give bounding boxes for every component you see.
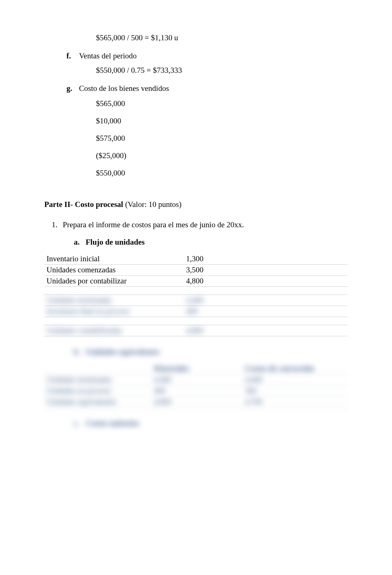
sub-text-c: Costos unitarios [86, 419, 139, 428]
section-title-bold: Parte II- Costo procesal [44, 200, 123, 209]
cell-empty [266, 295, 348, 306]
cell-empty [266, 265, 348, 276]
cell-label: Inventario inicial [44, 254, 184, 265]
cell-header: Materiales [135, 363, 227, 374]
calculation-line: $550,000 / 0.75 = $733,333 [96, 66, 348, 75]
cell-label: Inventario final en proceso [44, 306, 184, 317]
cell-label: Unidades por contabilizar [44, 276, 184, 287]
cell-label: Unidades equivalentes [44, 397, 135, 408]
cell-value: 400 [135, 385, 227, 397]
table-unidades-equivalentes: Materiales Costos de conversión Unidades… [44, 363, 348, 408]
cell-empty [44, 363, 135, 374]
sub-marker-c: c. [74, 419, 86, 428]
cell-label: Unidades comenzadas [44, 265, 184, 276]
cell-header: Costos de conversión [226, 363, 348, 374]
section-title-rest: (Valor: 10 puntos) [123, 200, 182, 209]
cell-value: 4,400 [184, 295, 266, 306]
table-flujo-unidades: Inventario inicial 1,300 Unidades comenz… [44, 254, 348, 336]
table-spacer [44, 317, 348, 325]
cell-value: 4,400 [135, 374, 227, 385]
cell-label: Unidades terminadas [44, 374, 135, 385]
list-item-g: g. Costo de los bienes vendidos [66, 84, 348, 93]
cell-empty [266, 276, 348, 287]
numbered-item-1: 1. Prepara el informe de costos para el … [52, 220, 348, 229]
list-text-f: Ventas del periodo [79, 51, 348, 61]
cell-value: 4,800 [184, 325, 266, 336]
cell-value: 4,700 [226, 397, 348, 408]
cell-value: 4,400 [226, 374, 348, 385]
table-row: Unidades terminadas 4,400 4,400 [44, 374, 348, 385]
cell-value: 3,500 [184, 265, 266, 276]
cell-value: 300 [226, 385, 348, 397]
sub-text-b: Unidades equivalentes [86, 347, 159, 357]
cell-empty [266, 325, 348, 336]
section-title-parte2: Parte II- Costo procesal (Valor: 10 punt… [44, 200, 348, 209]
list-item-f: f. Ventas del periodo [66, 51, 348, 61]
list-marker-f: f. [66, 51, 79, 61]
list-marker-g: g. [66, 84, 79, 93]
table-header: Materiales Costos de conversión [44, 363, 348, 374]
value-line: $10,000 [96, 116, 348, 126]
value-line: ($25,000) [96, 151, 348, 160]
table-row: Unidades en proceso 400 300 [44, 385, 348, 397]
cell-value: 4,800 [135, 397, 227, 408]
table-row: Unidades comenzadas 3,500 [44, 265, 348, 276]
cell-empty [266, 254, 348, 265]
calculation-line: $565,000 / 500 = $1,130 u [96, 33, 348, 42]
table-row: Inventario inicial 1,300 [44, 254, 348, 265]
value-line: $575,000 [96, 134, 348, 143]
cell-label: Unidades terminadas [44, 295, 184, 306]
cell-value: 4,800 [184, 276, 266, 287]
value-line: $550,000 [96, 169, 348, 178]
cell-empty [266, 306, 348, 317]
cell-value: 400 [184, 306, 266, 317]
sub-item-c: c. Costos unitarios [74, 419, 348, 428]
list-text-g: Costo de los bienes vendidos [79, 84, 348, 93]
sub-marker-b: b. [74, 347, 86, 357]
sub-item-a: a. Flujo de unidades [74, 238, 348, 247]
sub-text-a: Flujo de unidades [86, 238, 145, 247]
table-row-blurred: Inventario final en proceso 400 [44, 306, 348, 317]
table-spacer [44, 287, 348, 295]
numbered-marker: 1. [52, 220, 63, 229]
sub-item-b: b. Unidades equivalentes [74, 347, 348, 357]
value-line: $565,000 [96, 99, 348, 108]
table-row: Unidades por contabilizar 4,800 [44, 276, 348, 287]
cell-label: Unidades en proceso [44, 385, 135, 397]
value-block-g: $565,000 $10,000 $575,000 ($25,000) $550… [96, 99, 348, 178]
cell-label: Unidades contabilizadas [44, 325, 184, 336]
cell-value: 1,300 [184, 254, 266, 265]
table-row-blurred: Unidades terminadas 4,400 [44, 295, 348, 306]
table-row: Unidades equivalentes 4,800 4,700 [44, 397, 348, 408]
sub-marker-a: a. [74, 238, 86, 247]
table-row-blurred: Unidades contabilizadas 4,800 [44, 325, 348, 336]
numbered-text: Prepara el informe de costos para el mes… [63, 220, 244, 229]
